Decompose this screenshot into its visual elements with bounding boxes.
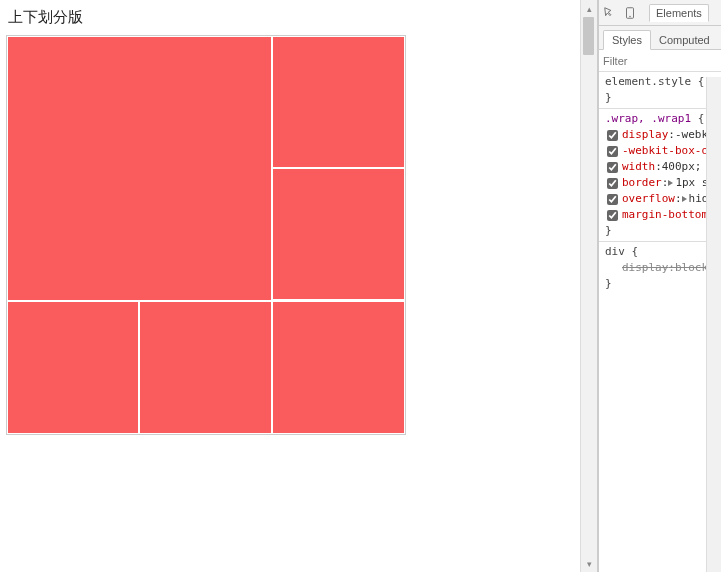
scroll-thumb[interactable] — [583, 17, 594, 55]
css-rule[interactable]: element.style { } — [605, 74, 719, 106]
css-declaration[interactable]: display: -webki — [605, 127, 719, 143]
css-declaration[interactable]: margin-bottom: — [605, 207, 719, 223]
layout-cell — [272, 36, 405, 168]
layout-cell — [272, 301, 405, 434]
page-content: 上下划分版 — [0, 0, 580, 572]
css-selector: .wrap, .wrap1 — [605, 112, 691, 125]
prop-toggle-checkbox[interactable] — [607, 130, 618, 141]
layout-cell — [7, 301, 139, 434]
layout-row-top — [7, 36, 405, 301]
styles-filter — [599, 50, 721, 72]
css-declaration[interactable]: -webkit-box-ori — [605, 143, 719, 159]
prop-toggle-checkbox[interactable] — [607, 146, 618, 157]
brace-close: } — [605, 224, 612, 237]
devtools-toolbar: Elements N — [599, 0, 721, 26]
prop-toggle-checkbox[interactable] — [607, 162, 618, 173]
brace-open: { — [632, 245, 639, 258]
css-property[interactable]: margin-bottom — [622, 207, 708, 223]
css-declaration[interactable]: width: 400px; — [605, 159, 719, 175]
css-value[interactable]: 400px; — [662, 159, 702, 175]
scroll-track[interactable] — [581, 17, 597, 555]
devtools-panel: Elements N Styles Computed element.style… — [597, 0, 721, 572]
subtab-computed[interactable]: Computed — [651, 31, 718, 49]
inspect-element-icon[interactable] — [603, 5, 617, 21]
css-selector: element.style — [605, 75, 691, 88]
css-declaration[interactable]: overflow: hidd — [605, 191, 719, 207]
css-property[interactable]: overflow — [622, 191, 675, 207]
scroll-up-button[interactable]: ▴ — [582, 0, 597, 17]
brace-open: { — [698, 75, 705, 88]
prop-toggle-checkbox[interactable] — [607, 194, 618, 205]
subtab-styles[interactable]: Styles — [603, 30, 651, 50]
layout-cell — [139, 301, 272, 434]
layout-row-bottom — [7, 301, 405, 434]
styles-rules: element.style { } .wrap, .wrap1 { displa… — [599, 72, 721, 292]
scroll-down-button[interactable]: ▾ — [582, 555, 597, 572]
brace-open: { — [698, 112, 705, 125]
page-scrollbar[interactable]: ▴ ▾ — [580, 0, 597, 572]
layout-side-column — [272, 36, 405, 301]
device-toggle-icon[interactable] — [623, 5, 637, 21]
css-property[interactable]: border — [622, 175, 662, 191]
expand-triangle-icon[interactable] — [682, 196, 687, 202]
filter-input[interactable] — [603, 55, 717, 67]
css-property[interactable]: display — [622, 260, 668, 276]
brace-close: } — [605, 277, 612, 290]
rule-separator — [599, 241, 721, 242]
tab-next[interactable]: N — [715, 5, 721, 21]
prop-toggle-checkbox[interactable] — [607, 178, 618, 189]
tab-elements[interactable]: Elements — [649, 4, 709, 22]
css-declaration[interactable]: border: 1px so — [605, 175, 719, 191]
rule-separator — [599, 108, 721, 109]
css-rule[interactable]: .wrap, .wrap1 { display: -webki -webkit-… — [605, 111, 719, 239]
devtools-body: Styles Computed element.style { } .wrap,… — [599, 26, 721, 572]
css-rule[interactable]: div { display: block; } — [605, 244, 719, 292]
svg-point-1 — [629, 15, 630, 16]
devtools-scrollbar[interactable] — [706, 77, 721, 572]
brace-close: } — [605, 91, 612, 104]
layout-cell — [7, 36, 272, 301]
css-declaration[interactable]: display: block; — [605, 260, 719, 276]
css-property[interactable]: width — [622, 159, 655, 175]
styles-subtabs: Styles Computed — [599, 26, 721, 50]
layout-cell — [272, 168, 405, 300]
prop-toggle-checkbox[interactable] — [607, 210, 618, 221]
css-property[interactable]: display — [622, 127, 668, 143]
page-title: 上下划分版 — [8, 8, 574, 27]
css-selector: div — [605, 245, 625, 258]
layout-wrap — [6, 35, 406, 435]
expand-triangle-icon[interactable] — [668, 180, 673, 186]
